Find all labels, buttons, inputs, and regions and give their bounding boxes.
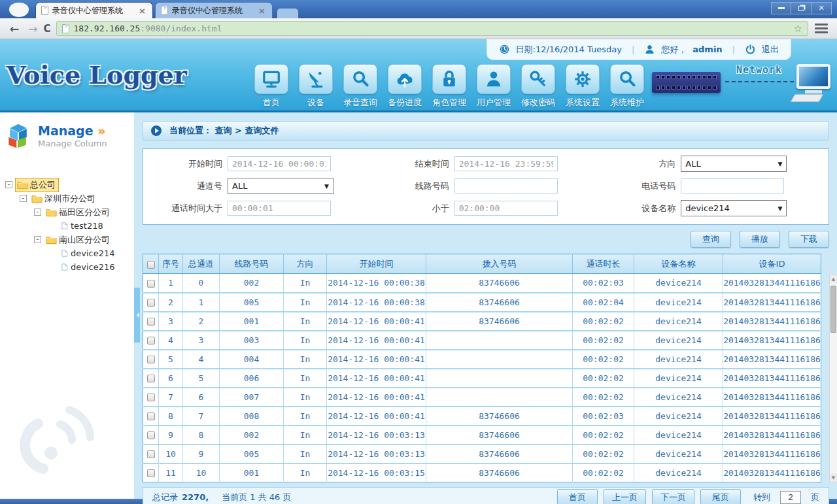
table-row[interactable]: 10002In2014-12-16 00:00:388374660600:02:… bbox=[143, 274, 821, 293]
url-text[interactable]: 182.92.160.25:9080/index.html bbox=[74, 24, 794, 33]
tab-close-icon[interactable]: × bbox=[257, 6, 267, 16]
tree-node-box[interactable]: 福田区分公司 bbox=[44, 205, 113, 220]
browser-menu-icon[interactable] bbox=[815, 24, 828, 33]
row-checkbox[interactable] bbox=[147, 431, 155, 439]
tree-node-test218[interactable]: test218 bbox=[0, 219, 134, 233]
restore-button[interactable] bbox=[791, 2, 811, 14]
scroll-down-icon[interactable]: ▼ bbox=[830, 473, 837, 482]
table-cell: 2014032813441116186 bbox=[723, 369, 821, 388]
row-checkbox[interactable] bbox=[147, 299, 155, 307]
table-cell: 00:02:03 bbox=[573, 274, 634, 293]
direction-select[interactable]: ALL▼ bbox=[681, 156, 787, 172]
browser-tab-inactive[interactable]: 录音仪中心管理系统 × bbox=[155, 2, 273, 18]
tree-node-深圳市分公司[interactable]: -深圳市分公司 bbox=[0, 192, 134, 205]
row-checkbox[interactable] bbox=[147, 375, 155, 382]
table-cell: 9 bbox=[159, 426, 183, 445]
tree-node-南山区分公司[interactable]: -南山区分公司 bbox=[0, 233, 134, 246]
back-button[interactable]: ← bbox=[10, 22, 19, 35]
last-page-button[interactable]: 尾页 bbox=[700, 489, 741, 504]
row-checkbox[interactable] bbox=[147, 394, 155, 401]
table-cell: 83746606 bbox=[426, 426, 573, 445]
play-button[interactable]: 播放 bbox=[740, 231, 780, 248]
first-page-button[interactable]: 首页 bbox=[557, 489, 598, 504]
tree-node-box[interactable]: test218 bbox=[58, 220, 107, 232]
forward-button[interactable]: → bbox=[28, 22, 37, 35]
sidebar-collapse-handle[interactable] bbox=[134, 288, 140, 343]
nav-item-user[interactable]: 用户管理 bbox=[474, 64, 513, 109]
nav-item-home[interactable]: 首页 bbox=[252, 64, 291, 109]
end-time-input[interactable] bbox=[454, 156, 558, 171]
duration-lt-input[interactable] bbox=[454, 201, 558, 216]
duration-gt-input[interactable] bbox=[228, 201, 331, 216]
table-row[interactable]: 32001In2014-12-16 00:00:418374660600:02:… bbox=[143, 312, 821, 331]
tree-expander-icon[interactable]: - bbox=[34, 209, 41, 216]
start-time-input[interactable] bbox=[228, 156, 331, 171]
row-checkbox[interactable] bbox=[147, 356, 155, 363]
table-scrollbar[interactable]: ▲ ▼ bbox=[829, 274, 837, 482]
channel-select[interactable]: ALL▼ bbox=[228, 178, 333, 194]
prev-page-button[interactable]: 上一页 bbox=[604, 489, 646, 504]
table-cell: device214 bbox=[634, 445, 723, 463]
select-all-checkbox[interactable] bbox=[147, 261, 155, 269]
device-name-select[interactable]: device214▼ bbox=[681, 200, 787, 216]
nav-item-maintenance[interactable]: 系统维护 bbox=[607, 64, 647, 109]
phone-number-input[interactable] bbox=[681, 178, 784, 193]
tree-expander-icon[interactable]: - bbox=[5, 181, 12, 188]
logout-link[interactable]: 退出 bbox=[762, 44, 779, 56]
nav-item-device[interactable]: 设备 bbox=[296, 64, 335, 109]
row-checkbox[interactable] bbox=[147, 469, 155, 477]
tree-node-box[interactable]: 深圳市分公司 bbox=[29, 192, 99, 206]
next-page-button[interactable]: 下一页 bbox=[652, 489, 694, 504]
nav-item-role[interactable]: 角色管理 bbox=[430, 64, 469, 109]
scrollbar-thumb[interactable] bbox=[830, 286, 836, 333]
table-cell: 00:02:02 bbox=[573, 426, 634, 445]
nav-item-record-query[interactable]: 录音查询 bbox=[341, 64, 380, 109]
new-tab-button[interactable] bbox=[277, 8, 299, 18]
tree-node-device214[interactable]: device214 bbox=[0, 246, 134, 260]
table-row[interactable]: 21005In2014-12-16 00:00:388374660600:02:… bbox=[143, 293, 821, 312]
table-row[interactable]: 76007In2014-12-16 00:00:4100:02:02device… bbox=[143, 388, 821, 407]
table-row[interactable]: 43003In2014-12-16 00:00:4100:02:02device… bbox=[143, 331, 821, 350]
tab-close-icon[interactable]: × bbox=[137, 6, 147, 16]
tree-node-device216[interactable]: device216 bbox=[0, 260, 134, 274]
tree-expander-icon[interactable]: - bbox=[20, 195, 27, 202]
row-checkbox[interactable] bbox=[147, 337, 155, 344]
table-row[interactable]: 87008In2014-12-16 00:00:418374660600:02:… bbox=[143, 407, 821, 426]
table-row[interactable]: 109005In2014-12-16 00:03:138374660600:02… bbox=[143, 445, 821, 463]
table-cell: 2014-12-16 00:00:41 bbox=[327, 331, 426, 350]
tree-node-box[interactable]: 总公司 bbox=[15, 178, 59, 192]
reload-button[interactable]: C bbox=[44, 23, 51, 35]
nav-label: 录音查询 bbox=[343, 97, 377, 109]
row-checkbox[interactable] bbox=[147, 412, 155, 420]
tree-node-box[interactable]: device214 bbox=[58, 247, 118, 260]
address-bar[interactable]: 182.92.160.25:9080/index.html ☆ bbox=[56, 21, 808, 36]
table-row[interactable]: 98002In2014-12-16 00:03:138374660600:02:… bbox=[143, 426, 821, 445]
tree-node-福田区分公司[interactable]: -福田区分公司 bbox=[0, 205, 134, 219]
tree-node-box[interactable]: device216 bbox=[58, 261, 118, 273]
row-checkbox[interactable] bbox=[147, 450, 155, 458]
table-row[interactable]: 65006In2014-12-16 00:00:4100:02:02device… bbox=[143, 369, 821, 388]
minimize-button[interactable] bbox=[771, 2, 791, 14]
table-row[interactable]: 54004In2014-12-16 00:00:4100:02:02device… bbox=[143, 350, 821, 369]
scroll-up-icon[interactable]: ▲ bbox=[830, 275, 837, 283]
download-button[interactable]: 下载 bbox=[789, 231, 829, 248]
nav-item-backup[interactable]: 备份进度 bbox=[385, 64, 424, 109]
tree-node-总公司[interactable]: -总公司 bbox=[0, 178, 134, 192]
nav-item-settings[interactable]: 系统设置 bbox=[563, 64, 602, 109]
goto-page-input[interactable] bbox=[780, 491, 801, 504]
query-button[interactable]: 查询 bbox=[691, 231, 731, 248]
nav-item-password[interactable]: 修改密码 bbox=[519, 64, 558, 109]
bookmark-star-icon[interactable]: ☆ bbox=[794, 23, 802, 35]
line-number-input[interactable] bbox=[454, 178, 558, 193]
table-row[interactable]: 1110001In2014-12-16 00:03:158374660600:0… bbox=[143, 463, 821, 482]
tree-node-box[interactable]: 南山区分公司 bbox=[44, 233, 113, 247]
row-checkbox[interactable] bbox=[147, 318, 155, 326]
browser-app-button[interactable] bbox=[9, 3, 29, 17]
browser-tab-active[interactable]: 录音仪中心管理系统 × bbox=[35, 2, 153, 18]
close-button[interactable]: ✕ bbox=[811, 2, 832, 14]
nav-label: 修改密码 bbox=[521, 97, 555, 109]
table-cell: In bbox=[284, 388, 327, 407]
row-checkbox[interactable] bbox=[147, 280, 155, 288]
tree-expander-icon[interactable]: - bbox=[34, 236, 41, 243]
table-cell: 2014032813441116186 bbox=[723, 350, 821, 369]
